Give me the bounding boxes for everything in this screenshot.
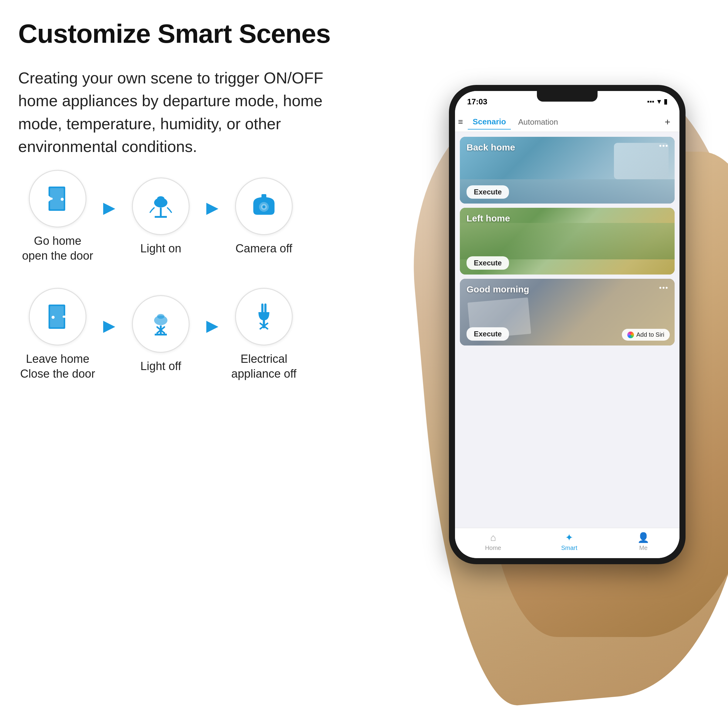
icons-section: Go home open the door ▶ Light o bbox=[18, 170, 337, 406]
home-nav-label: Home bbox=[485, 544, 501, 551]
leave-home-icon bbox=[40, 298, 76, 335]
arrow-3: ▶ bbox=[103, 317, 115, 335]
back-home-execute-button[interactable]: Execute bbox=[466, 185, 509, 199]
camera-off-icon bbox=[246, 188, 282, 225]
left-home-card: Left home Execute bbox=[460, 208, 674, 275]
electrical-off-icon bbox=[246, 298, 282, 335]
scenes-list: Back home ••• Execute Left home Execute bbox=[455, 132, 679, 528]
signal-icon: ▪▪▪ bbox=[647, 98, 654, 106]
go-home-icon-circle bbox=[29, 170, 86, 228]
good-morning-execute-button[interactable]: Execute bbox=[466, 327, 509, 341]
electrical-off-icon-circle bbox=[235, 288, 293, 346]
phone-outer: 17:03 ▪▪▪ ▾ ▮ ≡ Scenario Automation + bbox=[449, 85, 685, 564]
status-time: 17:03 bbox=[467, 97, 488, 107]
page-title: Customize Smart Scenes bbox=[18, 18, 330, 49]
go-home-label: Go home open the door bbox=[22, 234, 93, 264]
tab-scenario[interactable]: Scenario bbox=[468, 115, 511, 130]
light-off-item: Light off bbox=[121, 295, 200, 374]
light-off-label: Light off bbox=[141, 359, 181, 374]
app-nav-bar: ≡ Scenario Automation + bbox=[455, 112, 679, 132]
battery-icon: ▮ bbox=[664, 98, 667, 106]
menu-icon[interactable]: ≡ bbox=[458, 117, 463, 127]
phone-screen: 17:03 ▪▪▪ ▾ ▮ ≡ Scenario Automation + bbox=[455, 91, 679, 558]
arrow-2: ▶ bbox=[206, 198, 219, 217]
smart-nav-label: Smart bbox=[561, 544, 577, 551]
light-off-icon bbox=[142, 306, 179, 342]
good-morning-bg: Good morning ••• Execute Add to Siri bbox=[460, 279, 674, 346]
arrow-4: ▶ bbox=[206, 317, 219, 335]
left-home-title: Left home bbox=[466, 213, 510, 223]
light-on-label: Light on bbox=[140, 241, 181, 256]
add-to-siri-label: Add to Siri bbox=[636, 331, 664, 338]
house-decoration bbox=[460, 223, 674, 259]
scenario-row-2: Leave home Close the door ▶ Light off bbox=[18, 288, 337, 382]
home-nav-icon: ⌂ bbox=[490, 532, 496, 543]
me-nav-icon: 👤 bbox=[637, 532, 650, 543]
back-home-card: Back home ••• Execute bbox=[460, 137, 674, 203]
leave-home-icon-circle bbox=[29, 288, 86, 346]
camera-off-icon-circle bbox=[235, 177, 293, 235]
back-home-menu-dots[interactable]: ••• bbox=[659, 142, 668, 150]
svg-point-9 bbox=[262, 205, 265, 208]
camera-off-label: Camera off bbox=[236, 241, 292, 256]
bottom-nav-bar: ⌂ Home ✦ Smart 👤 Me bbox=[455, 528, 679, 558]
left-home-bg: Left home Execute bbox=[460, 208, 674, 275]
electrical-off-item: Electrical appliance off bbox=[225, 288, 303, 382]
bottom-nav-smart[interactable]: ✦ Smart bbox=[561, 532, 577, 551]
good-morning-menu-dots[interactable]: ••• bbox=[659, 284, 668, 292]
leave-home-label: Leave home Close the door bbox=[20, 352, 95, 382]
add-scene-button[interactable]: + bbox=[665, 116, 670, 128]
go-home-icon bbox=[40, 180, 76, 217]
light-on-item: Light on bbox=[121, 177, 200, 256]
bottom-nav-home[interactable]: ⌂ Home bbox=[485, 532, 501, 551]
svg-point-17 bbox=[157, 314, 164, 319]
smart-nav-icon: ✦ bbox=[565, 532, 573, 543]
svg-point-13 bbox=[52, 316, 55, 319]
siri-icon bbox=[627, 332, 634, 338]
scenario-row-1: Go home open the door ▶ Light o bbox=[18, 170, 337, 264]
light-on-icon bbox=[142, 188, 179, 225]
wifi-icon: ▾ bbox=[657, 98, 661, 106]
add-to-siri-button[interactable]: Add to Siri bbox=[622, 329, 670, 341]
go-home-item: Go home open the door bbox=[18, 170, 97, 264]
svg-point-2 bbox=[61, 198, 64, 201]
good-morning-title: Good morning bbox=[466, 284, 529, 295]
camera-off-item: Camera off bbox=[225, 177, 303, 256]
back-home-bg: Back home ••• Execute bbox=[460, 137, 674, 203]
svg-point-6 bbox=[157, 196, 164, 201]
light-on-icon-circle bbox=[132, 177, 190, 235]
back-home-title: Back home bbox=[466, 142, 515, 153]
arrow-1: ▶ bbox=[103, 198, 115, 217]
left-home-execute-button[interactable]: Execute bbox=[466, 256, 509, 270]
page-subtitle: Creating your own scene to trigger ON/OF… bbox=[18, 67, 337, 158]
leave-home-item: Leave home Close the door bbox=[18, 288, 97, 382]
light-off-icon-circle bbox=[132, 295, 190, 353]
status-icons: ▪▪▪ ▾ ▮ bbox=[647, 98, 667, 106]
electrical-off-label: Electrical appliance off bbox=[231, 352, 297, 382]
me-nav-label: Me bbox=[639, 544, 648, 551]
phone-notch bbox=[537, 91, 598, 102]
good-morning-card: Good morning ••• Execute Add to Siri bbox=[460, 279, 674, 346]
tab-automation[interactable]: Automation bbox=[513, 115, 563, 129]
svg-rect-10 bbox=[262, 194, 266, 198]
bottom-nav-me[interactable]: 👤 Me bbox=[637, 532, 650, 551]
